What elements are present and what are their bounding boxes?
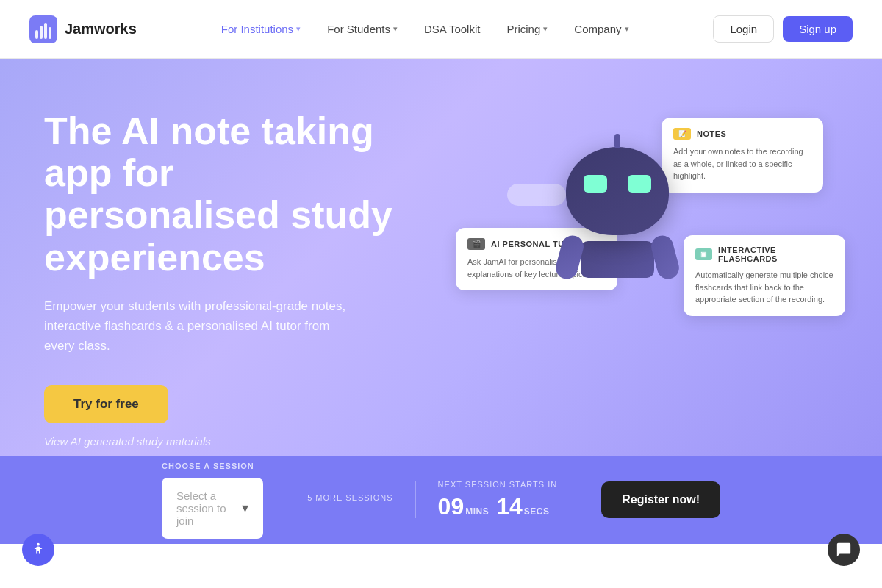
- chevron-down-icon: ▾: [625, 24, 629, 34]
- hero-subtitle: Empower your students with professional-…: [44, 296, 353, 356]
- nav-item-students[interactable]: For Students ▾: [315, 17, 409, 41]
- seconds-unit: SECS: [524, 506, 550, 517]
- nav-label-students: For Students: [327, 23, 390, 35]
- bottom-session-bar: CHOOSE A SESSION Select a session to joi…: [0, 456, 882, 544]
- nav-item-pricing[interactable]: Pricing ▾: [495, 17, 559, 41]
- seconds-value: 14: [496, 493, 523, 520]
- robot-illustration: [559, 147, 676, 272]
- notes-card: 📝 NOTES Add your own notes to the record…: [662, 118, 823, 193]
- notes-card-body: Add your own notes to the recording as a…: [673, 146, 811, 182]
- divider: [415, 481, 416, 518]
- more-sessions-label: 5 MORE SESSIONS: [307, 493, 392, 502]
- register-now-button[interactable]: Register now!: [601, 481, 720, 518]
- minutes-unit: MINS: [465, 506, 489, 517]
- hero-section: The AI note taking app for personalised …: [0, 59, 882, 456]
- hero-link[interactable]: View AI generated study materials: [44, 435, 412, 448]
- session-chevron-icon: ▾: [242, 500, 248, 516]
- nav-label-company: Company: [574, 23, 621, 35]
- nav-label-pricing: Pricing: [506, 23, 540, 35]
- signup-button[interactable]: Sign up: [783, 16, 853, 42]
- nav-label-dsa: DSA Toolkit: [424, 23, 480, 35]
- choose-session-label: CHOOSE A SESSION: [162, 462, 263, 470]
- svg-point-5: [37, 543, 40, 546]
- robot-head: [566, 147, 669, 235]
- svg-rect-1: [35, 30, 38, 39]
- robot-arm-right: [649, 233, 682, 282]
- chat-icon: [836, 542, 852, 558]
- robot-body: [581, 241, 654, 278]
- svg-rect-0: [29, 15, 57, 43]
- session-timer: 09 MINS 14 SECS: [438, 493, 558, 520]
- flashcards-card: ▣ INTERACTIVE FLASHCARDS Automatically g…: [684, 235, 845, 316]
- more-sessions-block: 5 MORE SESSIONS: [307, 493, 392, 506]
- notes-card-title: NOTES: [697, 129, 726, 138]
- next-session-label: NEXT SESSION STARTS IN: [438, 480, 558, 489]
- flashcards-card-body: Automatically generate multiple choice f…: [695, 269, 833, 306]
- session-placeholder: Select a session to join: [176, 490, 242, 527]
- chat-button[interactable]: [828, 534, 860, 566]
- next-session-block: NEXT SESSION STARTS IN 09 MINS 14 SECS: [438, 480, 558, 520]
- logo-text: Jamworks: [65, 21, 137, 37]
- decorative-pill: [507, 184, 566, 206]
- svg-rect-3: [44, 23, 47, 39]
- robot-eye-left: [584, 175, 607, 193]
- robot-antenna: [614, 134, 620, 148]
- nav-links: For Institutions ▾ For Students ▾ DSA To…: [209, 17, 641, 41]
- hero-title: The AI note taking app for personalised …: [44, 110, 412, 279]
- svg-rect-2: [40, 26, 43, 39]
- robot-eye-right: [628, 175, 651, 193]
- nav-item-institutions[interactable]: For Institutions ▾: [209, 17, 312, 41]
- accessibility-icon: [30, 542, 46, 558]
- hero-illustration: 📝 NOTES Add your own notes to the record…: [382, 88, 882, 441]
- nav-item-dsa[interactable]: DSA Toolkit: [412, 17, 492, 41]
- flashcards-card-title: INTERACTIVE FLASHCARDS: [718, 245, 833, 263]
- accessibility-button[interactable]: [22, 534, 54, 566]
- nav-actions: Login Sign up: [713, 15, 853, 43]
- logo[interactable]: Jamworks: [29, 15, 137, 43]
- tutor-icon: 🎬: [467, 238, 485, 250]
- session-select-dropdown[interactable]: Select a session to join ▾: [162, 478, 263, 539]
- chevron-down-icon: ▾: [543, 24, 548, 34]
- logo-icon: [29, 15, 57, 43]
- nav-label-institutions: For Institutions: [221, 23, 293, 35]
- hero-content: The AI note taking app for personalised …: [44, 103, 412, 448]
- session-info: 5 MORE SESSIONS NEXT SESSION STARTS IN 0…: [307, 480, 557, 520]
- navigation: Jamworks For Institutions ▾ For Students…: [0, 0, 882, 59]
- notes-icon: 📝: [673, 128, 691, 140]
- login-button[interactable]: Login: [713, 15, 774, 43]
- chevron-down-icon: ▾: [296, 24, 301, 34]
- minutes-value: 09: [438, 493, 465, 520]
- nav-item-company[interactable]: Company ▾: [562, 17, 640, 41]
- session-selector-section: CHOOSE A SESSION Select a session to joi…: [162, 462, 263, 539]
- chevron-down-icon: ▾: [393, 24, 398, 34]
- try-for-free-button[interactable]: Try for free: [44, 385, 168, 423]
- svg-rect-4: [49, 27, 51, 39]
- flashcards-icon: ▣: [695, 248, 712, 260]
